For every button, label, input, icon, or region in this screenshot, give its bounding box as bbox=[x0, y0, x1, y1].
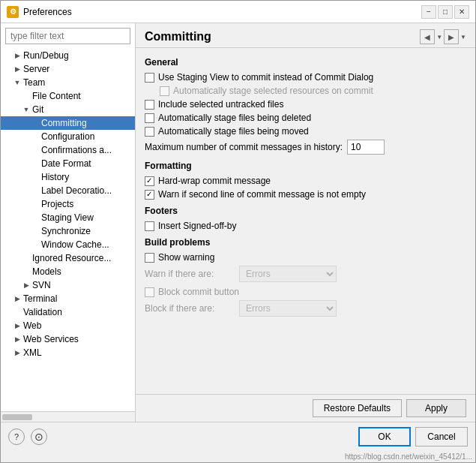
apply-button[interactable]: Apply bbox=[406, 399, 466, 417]
tree-item-label-decoration[interactable]: Label Decoratio... bbox=[1, 184, 135, 197]
arrow-icon bbox=[31, 240, 40, 249]
maximize-button[interactable]: □ bbox=[438, 5, 453, 19]
block-if-label: Block if there are: bbox=[145, 303, 235, 314]
auto-stage-deleted-label[interactable]: Automatically stage files being deleted bbox=[158, 113, 311, 123]
block-if-select: Errors bbox=[239, 300, 337, 317]
tree-item-staging-view[interactable]: Staging View bbox=[1, 211, 135, 224]
tree-item-configuration[interactable]: Configuration bbox=[1, 130, 135, 143]
include-untracked-checkbox[interactable] bbox=[145, 100, 154, 110]
use-staging-view-row: Use Staging View to commit instead of Co… bbox=[145, 72, 466, 83]
tree-item-models[interactable]: Models bbox=[1, 265, 135, 278]
tree-item-label: Configuration bbox=[41, 131, 94, 142]
section-title: Committing bbox=[145, 30, 211, 44]
tree-item-web-services[interactable]: ▶ Web Services bbox=[1, 332, 135, 346]
arrow-icon bbox=[31, 146, 40, 155]
title-bar: ⚙ Preferences − □ ✕ bbox=[1, 1, 475, 23]
tree-item-label: Web bbox=[23, 320, 41, 331]
content-area: ▶ Run/Debug ▶ Server ▼ Team File Content bbox=[1, 23, 475, 422]
tree-item-window-cache[interactable]: Window Cache... bbox=[1, 238, 135, 251]
auto-stage-deleted-checkbox[interactable] bbox=[145, 113, 154, 123]
arrow-icon bbox=[31, 173, 40, 182]
action-bar: Restore Defaults Apply bbox=[136, 394, 475, 422]
tree-item-svn[interactable]: ▶ SVN bbox=[1, 278, 135, 292]
nav-forward-button[interactable]: ▶ bbox=[444, 29, 459, 44]
nav-dropdown-arrow[interactable]: ▼ bbox=[436, 34, 442, 41]
arrow-icon bbox=[31, 119, 40, 128]
auto-stage-selected-checkbox bbox=[160, 86, 169, 96]
auto-stage-moved-label[interactable]: Automatically stage files being moved bbox=[158, 126, 309, 137]
right-panel: Committing ◀ ▼ ▶ ▼ General Use Staging V… bbox=[136, 23, 475, 422]
window-controls: − □ ✕ bbox=[421, 5, 469, 19]
tree-item-label: Run/Debug bbox=[23, 50, 69, 61]
tree-item-web[interactable]: ▶ Web bbox=[1, 319, 135, 332]
include-untracked-label[interactable]: Include selected untracked files bbox=[158, 99, 283, 110]
close-button[interactable]: ✕ bbox=[454, 5, 469, 19]
use-staging-view-checkbox[interactable] bbox=[145, 73, 154, 83]
preferences-dialog: ⚙ Preferences − □ ✕ ▶ Run/Debug ▶ Server bbox=[0, 0, 476, 463]
warn-second-line-label[interactable]: Warn if second line of commit message is… bbox=[158, 189, 366, 200]
tree-item-file-content[interactable]: File Content bbox=[1, 89, 135, 103]
arrow-icon bbox=[31, 132, 40, 141]
warn-if-row: Warn if there are: Errors bbox=[145, 266, 466, 282]
bottom-icons: ? ⊙ bbox=[8, 428, 47, 445]
warn-second-line-checkbox[interactable] bbox=[145, 190, 154, 200]
insert-signed-off-checkbox[interactable] bbox=[145, 221, 154, 231]
filter-input[interactable] bbox=[5, 28, 130, 44]
bottom-bar: ? ⊙ OK Cancel bbox=[1, 422, 475, 451]
tree-item-label: XML bbox=[23, 347, 42, 358]
tree-item-terminal[interactable]: ▶ Terminal bbox=[1, 292, 135, 305]
tree-item-label: File Content bbox=[32, 91, 81, 101]
show-warning-label[interactable]: Show warning bbox=[158, 252, 214, 263]
tree-item-xml[interactable]: ▶ XML bbox=[1, 346, 135, 359]
tree-item-server[interactable]: ▶ Server bbox=[1, 62, 135, 76]
tree-item-run-debug[interactable]: ▶ Run/Debug bbox=[1, 49, 135, 62]
horizontal-scrollbar[interactable] bbox=[1, 411, 135, 422]
use-staging-view-label[interactable]: Use Staging View to commit instead of Co… bbox=[158, 72, 373, 83]
restore-defaults-button[interactable]: Restore Defaults bbox=[313, 399, 402, 417]
max-history-input[interactable] bbox=[347, 140, 385, 155]
arrow-icon bbox=[31, 186, 40, 195]
tree-item-history[interactable]: History bbox=[1, 170, 135, 184]
arrow-icon: ▼ bbox=[13, 78, 22, 87]
tree-item-ignored-resources[interactable]: Ignored Resource... bbox=[1, 251, 135, 265]
help-icon[interactable]: ? bbox=[8, 428, 25, 445]
tree-item-label: Web Services bbox=[23, 334, 79, 344]
tree-item-git[interactable]: ▼ Git bbox=[1, 103, 135, 116]
info-icon[interactable]: ⊙ bbox=[31, 428, 47, 445]
tree-item-label: Server bbox=[23, 64, 49, 74]
tree-item-confirmations[interactable]: Confirmations a... bbox=[1, 143, 135, 157]
tree-item-label: History bbox=[41, 172, 69, 182]
tree-item-committing[interactable]: Committing bbox=[1, 116, 135, 130]
tree-item-label: Ignored Resource... bbox=[32, 253, 111, 263]
dialog-icon: ⚙ bbox=[7, 6, 19, 18]
hard-wrap-label[interactable]: Hard-wrap commit message bbox=[158, 176, 271, 186]
cancel-button[interactable]: Cancel bbox=[415, 427, 468, 446]
show-warning-row: Show warning bbox=[145, 252, 466, 263]
show-warning-checkbox[interactable] bbox=[145, 253, 154, 263]
minimize-button[interactable]: − bbox=[421, 5, 436, 19]
arrow-icon bbox=[22, 254, 31, 263]
auto-stage-moved-checkbox[interactable] bbox=[145, 127, 154, 137]
arrow-icon: ▶ bbox=[13, 65, 22, 74]
general-section-label: General bbox=[145, 57, 466, 68]
tree-item-synchronize[interactable]: Synchronize bbox=[1, 224, 135, 238]
tree-item-projects[interactable]: Projects bbox=[1, 197, 135, 211]
auto-stage-moved-row: Automatically stage files being moved bbox=[145, 126, 466, 137]
tree-item-label: Window Cache... bbox=[41, 239, 109, 250]
nav-forward-dropdown[interactable]: ▼ bbox=[460, 34, 466, 41]
insert-signed-off-label[interactable]: Insert Signed-off-by bbox=[158, 221, 237, 231]
arrow-icon bbox=[13, 308, 22, 317]
nav-back-button[interactable]: ◀ bbox=[420, 29, 435, 44]
max-history-label: Maximum number of commit messages in his… bbox=[145, 142, 343, 152]
tree-item-label: Committing bbox=[41, 118, 87, 128]
tree-item-label: Synchronize bbox=[41, 226, 91, 236]
tree-item-date-format[interactable]: Date Format bbox=[1, 157, 135, 170]
block-if-row: Block if there are: Errors bbox=[145, 300, 466, 317]
ok-button[interactable]: OK bbox=[358, 427, 411, 446]
tree-item-validation[interactable]: Validation bbox=[1, 305, 135, 319]
hard-wrap-row: Hard-wrap commit message bbox=[145, 176, 466, 186]
hard-wrap-checkbox[interactable] bbox=[145, 176, 154, 186]
tree-item-label: Projects bbox=[41, 199, 73, 209]
tree-item-team[interactable]: ▼ Team bbox=[1, 76, 135, 89]
tree-container: ▶ Run/Debug ▶ Server ▼ Team File Content bbox=[1, 49, 135, 411]
